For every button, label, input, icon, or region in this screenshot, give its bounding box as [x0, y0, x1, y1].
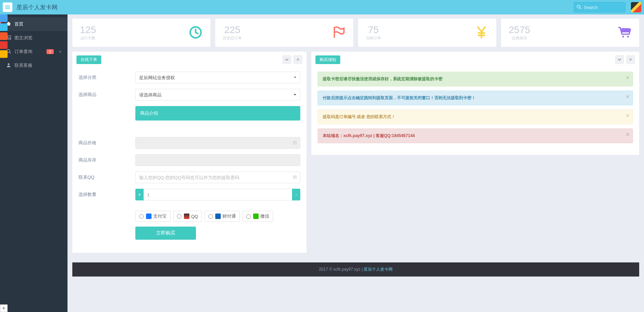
- stat-success: 2575 交易成功: [501, 19, 639, 47]
- sidebar-badge: 2: [46, 49, 53, 54]
- qty-label: 选择数量: [79, 191, 135, 198]
- footer-link[interactable]: 星辰个人发卡网: [364, 267, 393, 272]
- svg-rect-8: [621, 28, 630, 32]
- alert-close-button[interactable]: ×: [626, 94, 629, 100]
- svg-line-5: [10, 52, 11, 53]
- alert-close-button[interactable]: ×: [626, 75, 629, 81]
- product-intro-header: 商品介绍: [135, 106, 300, 121]
- user-icon: [6, 63, 11, 69]
- sidebar-item-label: 联系客服: [14, 62, 32, 69]
- svg-point-0: [577, 5, 580, 8]
- share-weibo-icon[interactable]: [0, 32, 8, 40]
- panel-title: 在线下单: [76, 55, 101, 64]
- chevron-down-icon: [618, 58, 621, 61]
- menu-toggle-button[interactable]: [3, 2, 12, 12]
- qq-icon: [184, 214, 189, 219]
- category-label: 选择分类: [79, 74, 135, 81]
- stats-row: 125 运行天数 225 历史总订单 75 当前订单: [72, 19, 639, 47]
- stat-value: 75: [366, 25, 381, 35]
- panel-title: 购买须知: [315, 55, 340, 64]
- cart-icon: [617, 25, 632, 41]
- svg-point-6: [8, 63, 9, 65]
- clock-icon: [188, 25, 203, 41]
- stat-total-orders: 225 历史总订单: [215, 19, 353, 47]
- product-select[interactable]: 请选择商品: [135, 89, 300, 101]
- svg-line-1: [580, 8, 581, 9]
- stat-label: 当前订单: [366, 35, 381, 41]
- search-box: [574, 2, 625, 12]
- search-icon: [577, 4, 581, 10]
- stat-runtime: 125 运行天数: [72, 19, 210, 47]
- stock-field: [135, 154, 300, 166]
- chevron-down-icon: [285, 58, 289, 61]
- sidebar-item-orders[interactable]: 订单查询 2 +: [0, 45, 67, 59]
- order-panel: 在线下单 ✕ 选择分类 星辰网站业务授权: [72, 52, 307, 253]
- price-label: 商品价格: [79, 140, 135, 146]
- svg-point-10: [627, 35, 629, 37]
- stat-value: 125: [80, 25, 96, 35]
- sidebar-item-support[interactable]: 联系客服: [0, 59, 67, 72]
- pay-alipay-option[interactable]: 支付宝: [135, 211, 170, 222]
- close-panel-button[interactable]: ✕: [293, 55, 302, 64]
- alert-info: 付款后按提示点击确定跳转到提取页面，不可提前关闭窗口！否则无法提取到卡密！ ×: [318, 91, 633, 105]
- share-qzone-icon[interactable]: [0, 14, 8, 22]
- topbar: 星辰个人发卡网: [0, 0, 644, 14]
- sidebar-item-gallery[interactable]: 图文浏览: [0, 31, 67, 45]
- expand-icon: +: [59, 50, 61, 54]
- pay-wechat-option[interactable]: 微信: [242, 211, 273, 222]
- qq-input[interactable]: [135, 171, 300, 183]
- qq-icon[interactable]: [631, 2, 641, 12]
- sidebar: 首页 图文浏览 订单查询 2 + 联系客服: [0, 14, 67, 312]
- pay-tenpay-option[interactable]: 财付通: [205, 211, 240, 222]
- footer: 2017 © xcfk.pay97.xyz | 星辰个人发卡网: [72, 262, 639, 277]
- qty-increase-button[interactable]: +: [135, 189, 144, 200]
- flag-icon: [331, 25, 346, 41]
- share-sohu-icon[interactable]: [0, 41, 8, 49]
- alipay-icon: [146, 214, 152, 219]
- alert-warning: 提取码是订单编号 或者 您的联系方式！ ×: [318, 110, 633, 124]
- search-input[interactable]: [574, 2, 625, 12]
- close-icon: ✕: [629, 57, 632, 62]
- stat-label: 运行天数: [80, 35, 96, 41]
- pay-qq-option[interactable]: QQ: [173, 211, 202, 222]
- share-tencent-icon[interactable]: [0, 23, 8, 31]
- sidebar-item-label: 首页: [14, 21, 23, 27]
- close-icon: ✕: [296, 57, 300, 62]
- stat-label: 历史总订单: [223, 35, 242, 41]
- buy-button[interactable]: 立即购买: [135, 227, 196, 240]
- sidebar-item-label: 订单查询: [14, 49, 32, 55]
- hamburger-icon: [5, 4, 10, 10]
- collapse-button[interactable]: [282, 55, 291, 64]
- price-field: [135, 137, 300, 149]
- alert-success: 提取卡密后请尽快激活使用或保存好，系统定期清除被提取的卡密 ×: [318, 72, 633, 86]
- stat-label: 交易成功: [509, 35, 530, 41]
- book-icon: ▤: [293, 174, 297, 179]
- collapse-button[interactable]: [615, 55, 624, 64]
- stat-value: 225: [223, 25, 242, 35]
- tenpay-icon: [215, 214, 221, 219]
- category-select[interactable]: 星辰网站业务授权: [135, 72, 300, 83]
- close-panel-button[interactable]: ✕: [626, 55, 635, 64]
- product-label: 选择商品: [79, 92, 135, 98]
- qty-decrease-button[interactable]: -: [292, 189, 300, 200]
- share-more-icon[interactable]: [0, 50, 8, 58]
- alert-close-button[interactable]: ×: [626, 132, 629, 138]
- sidebar-item-home[interactable]: 首页: [0, 17, 67, 31]
- social-share-strip: [0, 14, 8, 59]
- notice-panel: 购买须知 ✕ 提取卡密后请尽快激活使用或保存好，系统定期清除被提取的卡密 ×: [311, 52, 639, 155]
- main-content: 125 运行天数 225 历史总订单 75 当前订单: [67, 14, 644, 312]
- wechat-icon: [253, 214, 259, 219]
- stat-value: 2575: [509, 25, 530, 35]
- stat-current-orders: 75 当前订单: [358, 19, 496, 47]
- book-icon: ▤: [293, 140, 297, 145]
- sidebar-item-label: 图文浏览: [14, 35, 32, 41]
- qty-input[interactable]: [144, 189, 292, 200]
- yen-icon: [474, 25, 489, 41]
- svg-point-9: [622, 35, 624, 37]
- brand-title: 星辰个人发卡网: [17, 3, 58, 11]
- alert-danger: 本站域名：xcfk.pay97.xyz | 客服QQ:1845457144 ×: [318, 128, 633, 143]
- stock-label: 商品库存: [79, 157, 135, 163]
- alert-close-button[interactable]: ×: [626, 113, 629, 119]
- qq-label: 联系QQ: [79, 174, 135, 180]
- add-share-button[interactable]: +: [0, 304, 8, 312]
